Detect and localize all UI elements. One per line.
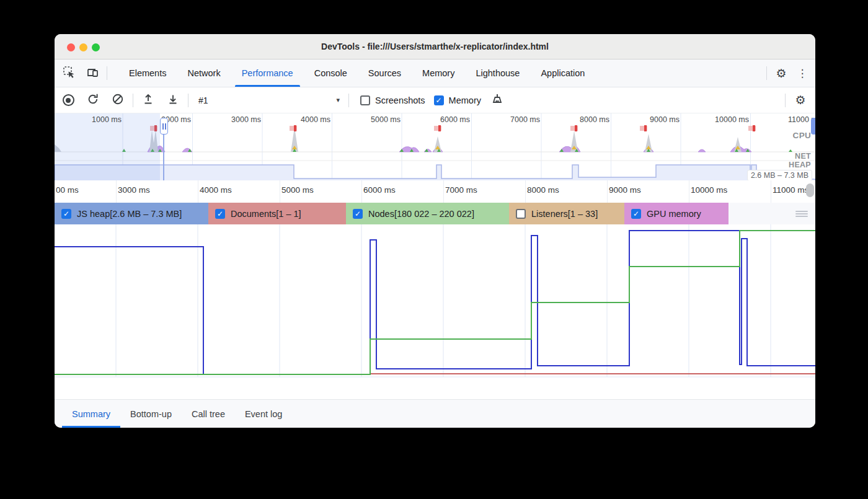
detail-ruler-label: 9000 ms xyxy=(609,185,641,195)
capture-settings-button[interactable]: ⚙ xyxy=(788,93,813,107)
device-toolbar-icon xyxy=(86,66,99,81)
divider xyxy=(107,66,107,80)
screenshots-checkbox[interactable] xyxy=(360,95,370,105)
garbage-collect-broom-icon xyxy=(490,93,504,108)
tab-bottom-up[interactable]: Bottom-up xyxy=(120,400,182,428)
gear-icon: ⚙ xyxy=(776,66,786,81)
selection-right-handle[interactable] xyxy=(160,118,168,135)
divider xyxy=(766,66,767,80)
divider xyxy=(785,94,786,107)
listeners-label: Listeners[1 – 33] xyxy=(531,209,598,219)
tab-memory[interactable]: Memory xyxy=(412,60,465,87)
clear-icon xyxy=(112,93,124,108)
collect-garbage-button[interactable] xyxy=(485,87,510,113)
devtools-menu-button[interactable]: ⋮ xyxy=(793,67,812,80)
nodes-line xyxy=(55,231,815,374)
js-heap-label: JS heap[2.6 MB – 7.3 MB] xyxy=(77,209,182,219)
record-icon xyxy=(63,94,74,106)
selection-clipped-handle[interactable] xyxy=(811,118,815,135)
legend-chip-gpu-memory[interactable]: ✓ GPU memory xyxy=(624,203,728,224)
detail-ruler-label: 5000 ms xyxy=(281,185,314,195)
record-button[interactable] xyxy=(56,87,81,113)
memory-legend: ✓ JS heap[2.6 MB – 7.3 MB] ✓ Documents[1… xyxy=(55,203,815,224)
inspect-cursor-icon xyxy=(63,66,76,81)
tab-network[interactable]: Network xyxy=(177,60,231,87)
overview-ruler-label: 9000 ms xyxy=(615,115,680,124)
divider xyxy=(133,94,133,107)
window-title: DevTools - file:///Users/stmarthe/x-repl… xyxy=(55,34,815,59)
save-profile-button[interactable] xyxy=(161,87,185,113)
devtools-settings-button[interactable]: ⚙ xyxy=(769,66,793,81)
detail-ruler-label: 11000 ms xyxy=(773,185,808,195)
overview-ruler-label: 2000 ms xyxy=(126,115,191,124)
tab-call-tree[interactable]: Call tree xyxy=(182,400,235,428)
legend-chip-js-heap[interactable]: ✓ JS heap[2.6 MB – 7.3 MB] xyxy=(55,203,208,224)
clear-recording-button[interactable] xyxy=(105,87,130,113)
detail-ruler-label: 6000 ms xyxy=(363,185,396,195)
legend-chip-nodes[interactable]: ✓ Nodes[180 022 – 220 022] xyxy=(346,203,509,224)
reload-and-record-button[interactable] xyxy=(81,87,105,113)
tab-event-log[interactable]: Event log xyxy=(235,400,292,428)
gpu-memory-label: GPU memory xyxy=(647,209,701,219)
toggle-device-toolbar-button[interactable] xyxy=(81,60,104,87)
nodes-checkbox[interactable]: ✓ xyxy=(353,209,363,219)
js-heap-checkbox[interactable]: ✓ xyxy=(61,209,71,219)
load-profile-button[interactable] xyxy=(136,87,161,113)
detail-tab-bar: Summary Bottom-up Call tree Event log xyxy=(55,399,815,428)
horizontal-scrollbar-thumb[interactable] xyxy=(806,183,814,197)
overview-ruler-label: 7000 ms xyxy=(476,115,540,124)
detail-ruler-label: 10000 ms xyxy=(691,185,727,195)
overview-ruler-label: 4000 ms xyxy=(266,115,330,124)
overview-ruler-label: 1000 ms xyxy=(57,115,122,124)
gpu-memory-checkbox[interactable]: ✓ xyxy=(631,209,641,219)
overview-ruler-label: 5000 ms xyxy=(336,115,401,124)
chevron-down-icon: ▾ xyxy=(336,96,340,104)
legend-chip-documents[interactable]: ✓ Documents[1 – 1] xyxy=(208,203,346,224)
tab-performance[interactable]: Performance xyxy=(231,60,304,87)
js-heap-line xyxy=(55,231,815,374)
inspect-element-button[interactable] xyxy=(57,60,81,87)
cpu-track-label: CPU xyxy=(793,131,811,140)
detail-ruler-label: 8000 ms xyxy=(527,185,559,195)
legend-chip-listeners[interactable]: Listeners[1 – 33] xyxy=(509,203,624,224)
hamburger-menu-icon[interactable] xyxy=(795,210,808,218)
detail-ruler-label: 3000 ms xyxy=(118,185,150,195)
documents-label: Documents[1 – 1] xyxy=(231,209,301,219)
detail-ruler-label: 00 ms xyxy=(56,185,79,195)
upload-icon xyxy=(142,93,154,108)
memory-checkbox[interactable]: ✓ xyxy=(434,95,444,105)
three-dots-vertical-icon: ⋮ xyxy=(797,67,808,80)
heap-overview-area xyxy=(55,165,815,180)
heap-range-badge: 2.6 MB – 7.3 MB xyxy=(747,170,812,180)
tab-lighthouse[interactable]: Lighthouse xyxy=(465,60,530,87)
tab-application[interactable]: Application xyxy=(530,60,595,87)
devtools-window: DevTools - file:///Users/stmarthe/x-repl… xyxy=(55,34,815,428)
net-track-label: NET xyxy=(795,152,811,161)
tab-elements[interactable]: Elements xyxy=(118,60,177,87)
memory-chart-canvas xyxy=(55,224,815,399)
detail-ruler-label: 4000 ms xyxy=(200,185,232,195)
download-icon xyxy=(167,93,179,108)
divider xyxy=(188,94,188,107)
tab-console[interactable]: Console xyxy=(304,60,358,87)
overview-ruler-label: 3000 ms xyxy=(197,115,261,124)
tab-summary[interactable]: Summary xyxy=(62,400,120,428)
tab-sources[interactable]: Sources xyxy=(358,60,412,87)
heap-track-label: HEAP xyxy=(789,161,811,169)
performance-toolbar: #1 ▾ Screenshots ✓ Memory ⚙ xyxy=(55,87,815,113)
overview-ruler-label: 6000 ms xyxy=(405,115,470,124)
gear-icon: ⚙ xyxy=(795,93,805,107)
detail-time-ruler: 00 ms 3000 ms 4000 ms 5000 ms 6000 ms 70… xyxy=(55,180,815,203)
memory-counters-chart[interactable] xyxy=(55,224,815,399)
selection-right-edge[interactable] xyxy=(163,134,164,180)
nodes-label: Nodes[180 022 – 220 022] xyxy=(368,209,474,219)
screenshots-checkbox-row[interactable]: Screenshots xyxy=(360,95,425,105)
listeners-checkbox[interactable] xyxy=(516,209,526,219)
memory-checkbox-row[interactable]: ✓ Memory xyxy=(434,95,481,105)
screenshots-label: Screenshots xyxy=(375,95,425,105)
timeline-overview[interactable]: 1000 ms 2000 ms 3000 ms 4000 ms 5000 ms … xyxy=(55,113,815,180)
overview-ruler-label: 8000 ms xyxy=(545,115,609,124)
documents-checkbox[interactable]: ✓ xyxy=(215,209,225,219)
overview-ruler-label: 11000 ms xyxy=(757,115,815,124)
recording-history-select[interactable]: #1 ▾ xyxy=(191,87,346,113)
